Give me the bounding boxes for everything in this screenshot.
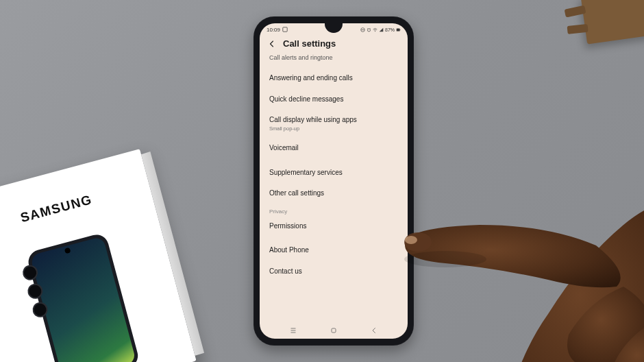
- item-call-alerts[interactable]: Call alerts and ringtone: [260, 54, 408, 68]
- back-button[interactable]: [268, 40, 276, 48]
- svg-point-6: [375, 31, 375, 32]
- recents-icon: [289, 326, 297, 335]
- svg-rect-0: [283, 27, 287, 32]
- item-supplementary[interactable]: Supplementary services: [260, 162, 408, 184]
- signal-icon: [379, 27, 384, 32]
- item-label: Other call settings: [269, 189, 398, 198]
- svg-rect-8: [400, 29, 401, 29]
- settings-header: Call settings: [260, 34, 408, 54]
- section-privacy-label: Privacy: [260, 204, 408, 216]
- item-label: Answering and ending calls: [269, 74, 398, 83]
- wifi-icon: [373, 27, 377, 32]
- item-voicemail[interactable]: Voicemail: [260, 138, 408, 159]
- item-label: Voicemail: [269, 144, 398, 153]
- item-label: About Phone: [269, 246, 398, 255]
- svg-point-3: [367, 28, 370, 31]
- nav-recents-button[interactable]: [289, 325, 297, 337]
- samsung-logo: SAMSUNG: [18, 192, 94, 226]
- page-title: Call settings: [283, 38, 336, 49]
- phone-device: 10:09 87% Call settings Call alerts and …: [253, 16, 414, 346]
- item-permissions[interactable]: Permissions: [260, 216, 408, 237]
- chevron-left-icon: [268, 40, 276, 48]
- item-other-call[interactable]: Other call settings: [260, 183, 408, 204]
- home-icon: [330, 326, 338, 335]
- item-label: Supplementary services: [269, 169, 398, 178]
- item-label: Quick decline messages: [269, 95, 398, 104]
- alarm-icon: [367, 27, 371, 32]
- settings-list[interactable]: Call alerts and ringtone Answering and e…: [260, 54, 408, 282]
- dnd-icon: [360, 27, 365, 32]
- svg-rect-12: [332, 328, 336, 333]
- item-answering-ending[interactable]: Answering and ending calls: [260, 68, 408, 89]
- item-about-phone[interactable]: About Phone: [260, 240, 408, 261]
- samsung-product-box: SAMSUNG: [0, 149, 197, 362]
- item-quick-decline[interactable]: Quick decline messages: [260, 89, 408, 110]
- back-icon: [370, 326, 378, 335]
- item-label: Contact us: [269, 267, 398, 276]
- status-time: 10:09: [267, 27, 280, 33]
- desk-object: [581, 0, 644, 45]
- svg-line-4: [367, 28, 368, 29]
- box-phone-illustration: [26, 232, 141, 362]
- svg-rect-7: [397, 28, 400, 31]
- item-call-display[interactable]: Call display while using apps Small pop-…: [260, 110, 408, 138]
- item-contact-us[interactable]: Contact us: [260, 261, 408, 282]
- phone-screen: 10:09 87% Call settings Call alerts and …: [260, 23, 408, 339]
- svg-line-5: [370, 28, 371, 29]
- status-unknown-icon: [282, 27, 288, 32]
- battery-icon: [396, 27, 401, 32]
- battery-percentage: 87%: [385, 27, 395, 32]
- item-sublabel: Small pop-up: [269, 125, 398, 132]
- android-nav-bar: [260, 324, 408, 339]
- nav-home-button[interactable]: [330, 325, 338, 337]
- item-label: Call alerts and ringtone: [269, 54, 398, 62]
- item-label: Call display while using apps: [269, 116, 398, 125]
- nav-back-button[interactable]: [370, 325, 378, 337]
- svg-point-15: [404, 251, 486, 267]
- item-label: Permissions: [269, 222, 398, 231]
